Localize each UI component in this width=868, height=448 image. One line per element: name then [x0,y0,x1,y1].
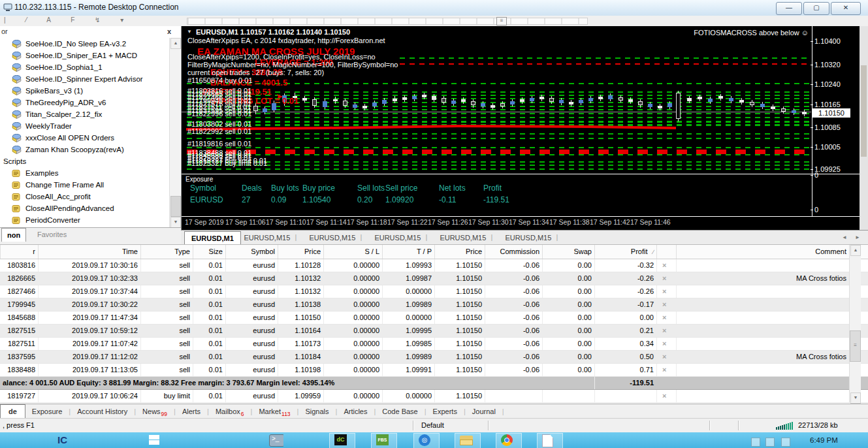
navigator-item-script[interactable]: Examples [0,167,169,179]
chart-dropdown-icon[interactable]: ▼ [187,29,192,35]
navigator-item-expert[interactable]: xxxClose All OPEN Orders [0,132,169,144]
navigator-item-expert[interactable]: SoeHoe.ID_Sniper_EA1 + MACD [0,50,169,61]
trade-cell: 1.09995 [382,325,434,337]
terminal-tab-account-history[interactable]: Account History [71,405,134,419]
close-order-button[interactable]: × [656,338,676,350]
navigator-tab-non[interactable]: non [1,228,26,242]
close-order-button[interactable]: × [656,259,676,272]
trade-header-cell[interactable]: Size [193,245,225,259]
minimize-button[interactable]: — [776,2,802,15]
line-studies-toolbar-icons[interactable]: | ⁄ A F ↯ ▾ [4,16,133,24]
navigator-scroll-thumb[interactable] [170,196,181,217]
navigator-item-expert[interactable]: WeeklyTrader [0,120,169,132]
scroll-up-icon[interactable]: ▲ [850,245,861,256]
terminal-tab-experts[interactable]: Experts [426,405,464,419]
tray-icon[interactable] [751,438,760,447]
navigator-item-expert[interactable]: SoeHoe.ID_Sophia1_1 [0,61,169,73]
trade-header-cell[interactable]: Time [38,245,140,259]
tab-scroll-left-icon[interactable]: ◄ [842,234,847,240]
terminal-tab-market[interactable]: Market113 [252,405,297,419]
trade-header-cell[interactable]: Symbol [225,245,278,259]
taskbar-clock[interactable]: 6:49 PM [810,436,838,444]
chart-window[interactable]: ▼EURUSD,M1 1.10157 1.10162 1.10140 1.101… [182,26,860,230]
trade-header-cell[interactable]: S / L [323,245,382,259]
close-order-button[interactable]: × [656,312,676,324]
chart-tab-3[interactable]: EURUSD,M15 [368,231,427,244]
fbs-app-icon[interactable]: FBS [376,434,391,448]
terminal-tab-articles[interactable]: Articles [337,405,374,419]
trade-header-cell[interactable]: Commission [485,245,542,259]
chart-tab-4[interactable]: EURUSD,M15 [433,231,492,244]
terminal-tab-mailbox[interactable]: Mailbox6 [209,405,251,419]
terminal-tab-exposure[interactable]: Exposure [25,405,69,419]
ic-markets-icon[interactable]: IC [57,434,72,448]
trade-header-cell[interactable]: Comment [676,245,849,259]
navigator-item-script[interactable]: CloseAll_Acc_profit [0,191,169,202]
terminal-tab-de[interactable]: de [0,404,25,419]
dc-app-icon[interactable]: dC [334,434,349,448]
toolbar-menu-icon[interactable]: ≡ [496,17,507,25]
trade-header-cell[interactable]: Type [140,245,193,259]
terminal-tab-code-base[interactable]: Code Base [376,405,424,419]
navigator-group-scripts[interactable]: Scripts [0,155,169,167]
navigator-item-expert[interactable]: SpikeBars_v3 (1) [0,85,169,97]
scroll-down-icon[interactable]: ▼ [170,217,181,228]
chart-tab-2[interactable]: EURUSD,M15 [302,231,362,244]
tray-icon[interactable] [765,438,775,447]
navigator-tab-favorites[interactable]: Favorites [32,228,72,241]
terminal-tab-alerts[interactable]: Alerts [176,405,207,419]
close-order-button[interactable]: × [656,364,676,376]
close-order-button[interactable]: × [656,272,676,285]
close-order-button[interactable]: × [656,390,676,402]
close-order-button[interactable]: × [656,325,676,337]
tab-scroll-right-icon[interactable]: ► [855,234,860,240]
close-order-button[interactable]: × [656,351,676,363]
folder-icon[interactable] [460,434,474,448]
trade-cell: 1.10173 [278,338,323,350]
navigator-item-script[interactable]: Change Time Frame All [0,179,169,191]
close-order-button[interactable]: × [656,298,676,311]
navigator-item-expert[interactable]: TheGreedyPig_ADR_v6 [0,97,169,108]
profile-name[interactable]: Default [421,421,444,429]
chart-tab-0[interactable]: EURUSD,M1 [184,231,241,245]
windows-taskbar[interactable]: 6:49 PM IC>_dCFBS◎ [0,432,868,448]
trade-header-cell[interactable]: r [0,245,38,259]
chart-right-scroll-thumb[interactable] [861,65,867,157]
navigator-close-icon[interactable]: x [167,27,171,35]
terminal-tab-journal[interactable]: Journal [466,405,502,419]
rdc-title-bar[interactable]: 110.232.113.115 - Remote Desktop Connect… [0,0,868,16]
trade-cell: 2019.09.17 10:37:44 [38,285,140,298]
trade-header-cell[interactable]: Price [278,245,323,259]
document-icon[interactable] [542,434,556,448]
window-icon[interactable] [149,434,163,448]
trade-header-cell[interactable]: Price [434,245,485,259]
chrome-icon[interactable] [501,434,515,448]
circle-app-icon[interactable]: ◎ [419,434,433,448]
scroll-up-icon[interactable]: ▲ [170,38,181,49]
chart-tab-5[interactable]: EURUSD,M15 [498,231,558,244]
navigator-item-expert[interactable]: SoeHoe.ID_No Sleep EA-v3.2 [0,38,169,50]
navigator-item-expert[interactable]: Zaman Khan Scoopyza(revA) [0,144,169,155]
trade-scrollbar[interactable]: ▲ ▼ [849,245,861,403]
scroll-down-icon[interactable]: ▼ [850,392,861,404]
terminal-tab-signals[interactable]: Signals [298,405,335,419]
navigator-scrollbar[interactable]: ▲ ▼ [169,38,180,227]
trade-header-cell[interactable]: Swap [542,245,594,259]
tray-icon[interactable] [781,438,790,447]
maximize-button[interactable]: ▢ [803,2,829,15]
close-button[interactable]: ✕ [831,2,861,15]
navigator-item-script[interactable]: CloseAllPendingAdvanced [0,202,169,214]
navigator-item-expert[interactable]: SoeHoe.ID_Spinner Expert Advisor [0,73,169,85]
navigator-item-expert[interactable]: Titan_Scalper_2.12_fix [0,108,169,120]
chart-tab-1[interactable]: EURUSD,M15 [237,231,297,244]
close-order-button[interactable]: × [656,285,676,298]
navigator-item-label: CloseAll_Acc_profit [25,193,91,200]
trade-header-cell[interactable]: Profit∕ [594,245,656,259]
terminal-icon[interactable]: >_ [269,434,283,448]
navigator-item-script[interactable]: PeriodConverter [0,214,169,226]
trade-header-cell[interactable] [656,245,676,259]
mt4-toolbar-fragment[interactable]: | ⁄ A F ↯ ▾ ≡ [0,16,868,27]
trade-header-cell[interactable]: T / P [382,245,434,259]
terminal-tab-news[interactable]: News99 [136,405,174,419]
trade-scroll-thumb[interactable]: ≡ [850,330,861,362]
